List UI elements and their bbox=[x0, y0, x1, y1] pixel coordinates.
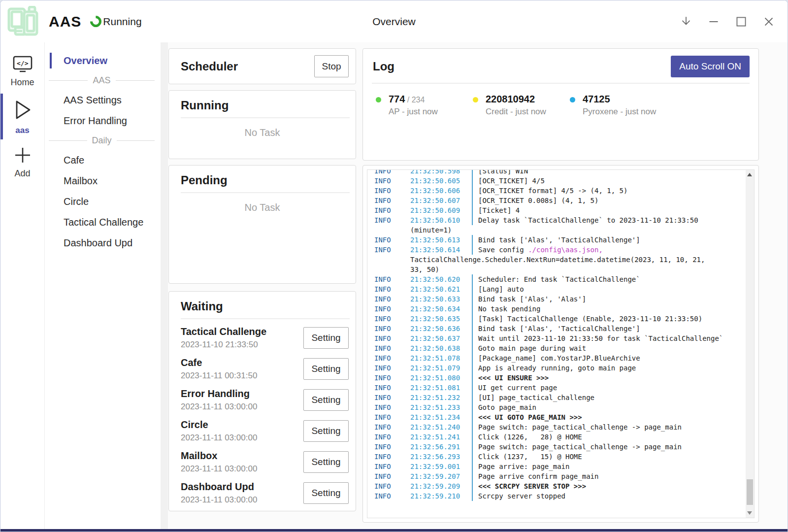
log-line: INFO21:32:51.081UI get current page bbox=[367, 383, 739, 393]
log-panel: INFO21:32:50.598[Status] WININFO21:32:50… bbox=[362, 165, 759, 523]
stat-label: AP - just now bbox=[389, 107, 438, 117]
log-line: INFO21:32:51.078[Package_name] com.Yosta… bbox=[367, 353, 739, 363]
log-line: INFO21:32:59.210Scrcpy server stopped bbox=[367, 491, 739, 501]
task-next-run-time: 2023-11-11 03:00:00 bbox=[181, 464, 257, 474]
log-line: INFO21:32:50.634No task pending bbox=[367, 304, 739, 314]
log-line: INFO21:32:59.001Page arrive: page_main bbox=[367, 462, 739, 471]
log-line: INFO21:32:50.638Goto main page during wa… bbox=[367, 343, 739, 353]
task-setting-button[interactable]: Setting bbox=[303, 482, 349, 504]
rail-item-home[interactable]: </> Home bbox=[0, 49, 44, 93]
stat-value: 220810942 bbox=[486, 94, 546, 105]
log-line: INFO21:32:50.635[Task] TacticalChallenge… bbox=[367, 314, 739, 324]
nav-item-error-handling[interactable]: Error Handling bbox=[45, 110, 161, 131]
waiting-task-row: Cafe2023-11-11 00:31:50Setting bbox=[181, 353, 349, 384]
stat-value: 47125 bbox=[583, 94, 656, 105]
nav-item-overview[interactable]: Overview bbox=[45, 50, 161, 71]
scheduler-stop-button[interactable]: Stop bbox=[314, 55, 349, 77]
plus-icon bbox=[14, 146, 32, 166]
scrollbar-thumb[interactable] bbox=[747, 479, 753, 505]
waiting-task-row: Dashboard Upd2023-11-11 03:00:00Setting bbox=[181, 477, 349, 508]
task-setting-button[interactable]: Setting bbox=[303, 358, 349, 380]
waiting-title: Waiting bbox=[181, 299, 344, 313]
scheduler-panel: Scheduler Stop bbox=[168, 48, 356, 84]
svg-text:</>: </> bbox=[17, 60, 29, 67]
maximize-button[interactable] bbox=[733, 14, 749, 30]
nav-list: OverviewAASAAS SettingsError HandlingDai… bbox=[45, 42, 161, 530]
dashboard-stats: 774 / 234AP - just now220810942Credit - … bbox=[363, 84, 758, 117]
scroll-down-arrow-icon[interactable] bbox=[747, 511, 752, 515]
icon-rail: </> Home aas Add bbox=[0, 42, 45, 530]
log-line: INFO21:32:50.606[OCR_TICKET format] 4/5 … bbox=[367, 186, 739, 196]
log-line: 33, 50) bbox=[367, 265, 739, 274]
log-scrollbar[interactable] bbox=[746, 170, 754, 518]
auto-scroll-toggle[interactable]: Auto Scroll ON bbox=[671, 56, 750, 77]
log-line: INFO21:32:51.234<<< UI GOTO PAGE_MAIN >>… bbox=[367, 412, 739, 422]
task-next-run-time: 2023-11-11 00:31:50 bbox=[181, 371, 257, 381]
task-setting-button[interactable]: Setting bbox=[303, 420, 349, 442]
log-line: INFO21:32:51.080<<< UI ENSURE >>> bbox=[367, 373, 739, 383]
hide-to-tray-button[interactable] bbox=[678, 14, 694, 30]
home-icon: </> bbox=[12, 55, 33, 75]
task-name: Cafe bbox=[181, 357, 257, 368]
nav-item-tactical-challenge[interactable]: Tactical Challenge bbox=[45, 212, 161, 233]
log-line: INFO21:32:59.209<<< SCRCPY SERVER STOP >… bbox=[367, 481, 739, 491]
waiting-task-list: Tactical Challenge2023-11-10 21:33:50Set… bbox=[169, 319, 356, 508]
waiting-task-row: Error Handling2023-11-11 03:00:00Setting bbox=[181, 384, 349, 415]
log-line: INFO21:32:50.637Wait until 2023-11-10 21… bbox=[367, 333, 739, 343]
task-setting-button[interactable]: Setting bbox=[303, 327, 349, 349]
running-divider bbox=[181, 117, 350, 118]
app-window: AAS Running Overview bbox=[0, 0, 788, 532]
log-line: INFO21:32:50.605[OCR_TICKET] 4/5 bbox=[367, 176, 739, 186]
stat-item: 774 / 234AP - just now bbox=[376, 94, 473, 117]
scroll-up-arrow-icon[interactable] bbox=[747, 173, 752, 176]
log-console: INFO21:32:50.598[Status] WININFO21:32:50… bbox=[367, 169, 755, 518]
task-next-run-time: 2023-11-10 21:33:50 bbox=[181, 340, 266, 350]
nav-content-divider bbox=[161, 42, 168, 530]
task-name: Dashboard Upd bbox=[181, 481, 257, 493]
nav-item-circle[interactable]: Circle bbox=[45, 191, 161, 212]
close-button[interactable] bbox=[761, 14, 777, 30]
log-line: INFO21:32:51.233Goto page_main bbox=[367, 402, 739, 412]
stat-dot-icon bbox=[376, 97, 381, 102]
rail-item-add[interactable]: Add bbox=[0, 140, 44, 184]
nav-section-divider: AAS bbox=[45, 71, 161, 90]
task-setting-button[interactable]: Setting bbox=[303, 389, 349, 411]
stat-label: Credit - just now bbox=[486, 107, 546, 117]
log-line: INFO21:32:56.293Click (1237, 15) @ HOME bbox=[367, 452, 739, 462]
minimize-button[interactable] bbox=[706, 14, 722, 30]
waiting-panel: Waiting Tactical Challenge2023-11-10 21:… bbox=[168, 291, 356, 511]
log-line: INFO21:32:50.598[Status] WIN bbox=[367, 169, 739, 176]
log-line: INFO21:32:50.620Scheduler: End task `Tac… bbox=[367, 274, 739, 284]
log-line: (minute=1) bbox=[367, 225, 739, 235]
stat-item: 220810942Credit - just now bbox=[473, 94, 570, 117]
rail-item-label: aas bbox=[15, 126, 29, 135]
log-line: INFO21:32:51.232[UI] page_tactical_chall… bbox=[367, 393, 739, 402]
running-title: Running bbox=[181, 99, 344, 112]
log-line: INFO21:32:51.079App is already running, … bbox=[367, 363, 739, 373]
log-line: INFO21:32:50.621[Lang] auto bbox=[367, 284, 739, 294]
log-line: INFO21:32:50.609[Ticket] 4 bbox=[367, 205, 739, 215]
task-name: Tactical Challenge bbox=[181, 326, 266, 337]
titlebar: AAS Running Overview bbox=[0, 0, 788, 42]
log-line: INFO21:32:56.291Page switch: page_tactic… bbox=[367, 442, 739, 452]
main-content: Scheduler Stop Running No Task Pending N… bbox=[168, 42, 788, 530]
nav-item-aas-settings[interactable]: AAS Settings bbox=[45, 90, 161, 110]
window-controls bbox=[678, 14, 788, 30]
rail-item-label: Add bbox=[14, 168, 30, 179]
rail-item-aas[interactable]: aas bbox=[0, 93, 44, 140]
nav-item-dashboard-upd[interactable]: Dashboard Upd bbox=[45, 233, 161, 253]
scheduler-title: Scheduler bbox=[181, 60, 238, 73]
running-empty-text: No Task bbox=[169, 127, 356, 138]
stat-dot-icon bbox=[570, 97, 575, 102]
log-line: INFO21:32:50.614Save config ./config\aas… bbox=[367, 245, 739, 255]
nav-item-cafe[interactable]: Cafe bbox=[45, 150, 161, 170]
waiting-task-row: Tactical Challenge2023-11-10 21:33:50Set… bbox=[181, 322, 349, 353]
waiting-task-row: Circle2023-11-11 03:00:00Setting bbox=[181, 415, 349, 446]
task-setting-button[interactable]: Setting bbox=[303, 451, 349, 473]
task-next-run-time: 2023-11-11 03:00:00 bbox=[181, 495, 257, 505]
pending-divider bbox=[181, 192, 350, 193]
log-header-panel: Log Auto Scroll ON 774 / 234AP - just no… bbox=[362, 48, 759, 161]
log-line: INFO21:32:50.613Bind task ['Alas', 'Tact… bbox=[367, 235, 739, 245]
stat-value-max: / 234 bbox=[405, 96, 425, 104]
nav-item-mailbox[interactable]: Mailbox bbox=[45, 170, 161, 191]
